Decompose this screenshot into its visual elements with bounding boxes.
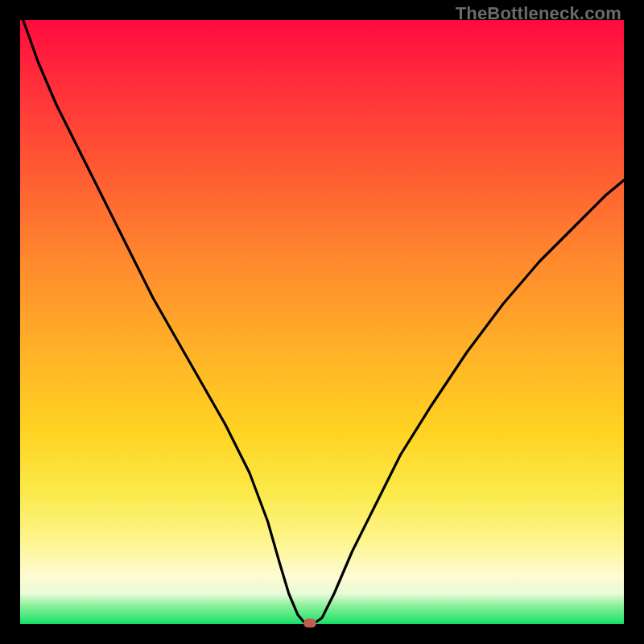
chart-stage: TheBottleneck.com (0, 0, 644, 644)
plot-area (20, 20, 624, 624)
minimum-marker (303, 618, 316, 627)
bottleneck-curve (20, 20, 624, 624)
